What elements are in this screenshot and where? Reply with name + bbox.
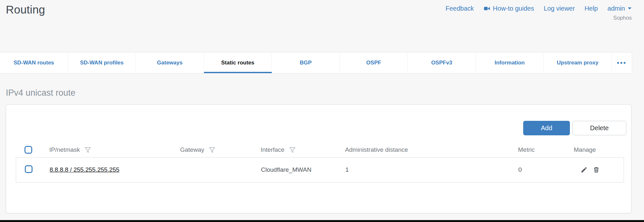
- tab-ospf[interactable]: OSPF: [340, 53, 408, 73]
- caret-down-icon: [628, 7, 632, 10]
- filter-button-ip-netmask[interactable]: [84, 146, 91, 154]
- page-title: Routing: [6, 3, 45, 16]
- topnav-link-label: admin: [608, 5, 625, 12]
- tabs-overflow-button[interactable]: •••: [612, 53, 632, 73]
- row-checkbox[interactable]: [25, 165, 33, 173]
- delete-trash-icon: [593, 166, 600, 173]
- section-heading: IPv4 unicast route: [6, 88, 632, 98]
- tab-label: SD-WAN profiles: [80, 60, 123, 66]
- column-header-label: Manage: [574, 146, 596, 153]
- topnav-links: FeedbackHow-to guidesLog viewerHelpadmin: [446, 5, 632, 12]
- tab-bar: SD-WAN routesSD-WAN profilesGatewaysStat…: [0, 52, 632, 73]
- column-header-manage: Manage: [574, 146, 631, 153]
- tab-label: Static routes: [221, 60, 255, 66]
- filter-button-interface[interactable]: [289, 146, 296, 154]
- table-body: 8.8.8.8 / 255.255.255.255Cloudflare_MWAN…: [16, 157, 624, 182]
- main-content: IPv4 unicast route Add Delete IP/netmask…: [0, 88, 644, 213]
- add-button[interactable]: Add: [523, 121, 570, 135]
- tab-static-routes[interactable]: Static routes: [204, 53, 272, 73]
- cell-ip-netmask: 8.8.8.8 / 255.255.255.255: [50, 166, 180, 173]
- edit-route-button[interactable]: [581, 166, 588, 173]
- table-toolbar: Add Delete: [6, 105, 631, 135]
- filter-funnel-icon: [208, 146, 216, 154]
- tab-label: BGP: [300, 60, 312, 66]
- topnav-link-help[interactable]: Help: [584, 5, 598, 12]
- column-header-administrative-distance: Administrative distance: [345, 146, 518, 153]
- tab-sd-wan-routes[interactable]: SD-WAN routes: [0, 53, 68, 73]
- ellipsis-icon: •••: [617, 59, 627, 67]
- cell-interface: Cloudflare_MWAN: [261, 166, 345, 173]
- page-header: Routing FeedbackHow-to guidesLog viewerH…: [0, 0, 644, 52]
- tab-information[interactable]: Information: [476, 53, 544, 73]
- header-checkbox-cell: [6, 146, 49, 154]
- edit-pencil-icon: [581, 166, 588, 173]
- table-row: 8.8.8.8 / 255.255.255.255Cloudflare_MWAN…: [16, 157, 624, 182]
- table-header-row: IP/netmaskGatewayInterfaceAdministrative…: [6, 142, 631, 157]
- topnav-link-label: Help: [584, 5, 598, 12]
- column-header-label: Metric: [518, 146, 535, 153]
- tab-label: OSPF: [366, 60, 381, 66]
- filter-funnel-icon: [84, 146, 91, 154]
- column-header-label: IP/netmask: [49, 146, 80, 153]
- brand-label: Sophos: [613, 15, 632, 21]
- column-header-label: Gateway: [180, 146, 204, 153]
- column-header-interface: Interface: [261, 146, 345, 154]
- tab-upstream-proxy[interactable]: Upstream proxy: [544, 53, 612, 73]
- cell-administrative-distance: 1: [345, 166, 518, 173]
- video-camera-icon: [484, 5, 490, 12]
- cell-manage: [574, 166, 624, 173]
- top-navigation: FeedbackHow-to guidesLog viewerHelpadmin…: [446, 3, 632, 21]
- tab-label: Upstream proxy: [557, 60, 598, 66]
- column-header-gateway: Gateway: [180, 146, 261, 154]
- delete-route-button[interactable]: [593, 166, 600, 173]
- tab-ospfv3[interactable]: OSPFv3: [408, 53, 476, 73]
- tab-label: Gateways: [157, 60, 182, 66]
- bottom-edge-bar: [0, 220, 644, 222]
- tab-label: SD-WAN routes: [14, 60, 54, 66]
- tab-label: Information: [495, 60, 525, 66]
- column-header-label: Interface: [261, 146, 284, 153]
- ip-netmask-link[interactable]: 8.8.8.8 / 255.255.255.255: [50, 166, 120, 173]
- tab-sd-wan-profiles[interactable]: SD-WAN profiles: [68, 53, 136, 73]
- tab-bgp[interactable]: BGP: [272, 53, 340, 73]
- topnav-link-label: How-to guides: [493, 5, 534, 12]
- tab-gateways[interactable]: Gateways: [136, 53, 204, 73]
- select-all-checkbox[interactable]: [24, 146, 32, 154]
- tab-label: OSPFv3: [431, 60, 452, 66]
- topnav-link-log-viewer[interactable]: Log viewer: [544, 5, 575, 12]
- topnav-link-admin[interactable]: admin: [608, 5, 632, 12]
- row-checkbox-cell: [16, 165, 50, 175]
- filter-funnel-icon: [289, 146, 296, 154]
- topnav-link-label: Feedback: [446, 5, 474, 12]
- column-header-label: Administrative distance: [345, 146, 408, 153]
- topnav-link-label: Log viewer: [544, 5, 575, 12]
- cell-metric: 0: [518, 166, 574, 173]
- filter-button-gateway[interactable]: [208, 146, 216, 154]
- topnav-link-feedback[interactable]: Feedback: [446, 5, 474, 12]
- column-header-ip-netmask: IP/netmask: [49, 146, 180, 154]
- routes-panel: Add Delete IP/netmaskGatewayInterfaceAdm…: [6, 104, 631, 213]
- delete-button[interactable]: Delete: [572, 121, 626, 135]
- topnav-link-how-to-guides[interactable]: How-to guides: [484, 5, 534, 12]
- column-header-metric: Metric: [518, 146, 574, 153]
